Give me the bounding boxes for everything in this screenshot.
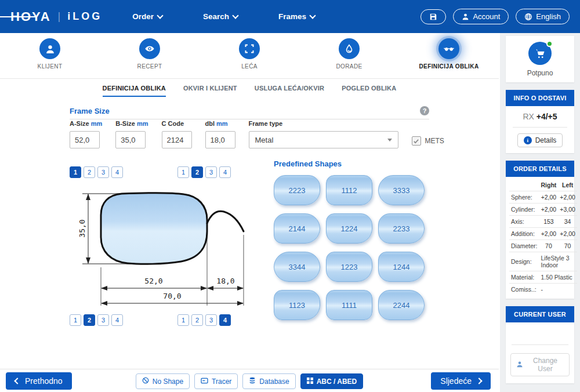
tracer-button[interactable]: Tracer [194, 373, 238, 389]
a-size-input[interactable] [70, 131, 100, 148]
abc-abed-button[interactable]: ABC / ABED [300, 373, 364, 389]
quad-button[interactable]: 2 [191, 314, 203, 326]
divider [513, 127, 567, 128]
step-leca[interactable]: LEĆA [203, 38, 296, 70]
tab-usluga-leca-okvir[interactable]: USLUGA LEĆA/OKVIR [255, 85, 324, 97]
step-recept[interactable]: RECEPT [103, 38, 196, 70]
step-label: KLIJENT [38, 63, 63, 70]
shape-option[interactable]: 1224 [326, 213, 372, 244]
c-code-label: C Code [162, 120, 184, 127]
quad-button[interactable]: 3 [97, 314, 109, 326]
shape-option[interactable]: 1223 [326, 252, 372, 282]
shape-code: 2233 [393, 224, 410, 233]
language-button[interactable]: English [516, 9, 570, 24]
shape-option[interactable]: 2244 [378, 290, 425, 320]
abc-abed-label: ABC / ABED [317, 378, 357, 386]
frame-size-form: A-Size mm B-Size mm C Code dbl mm Frame … [70, 120, 444, 148]
account-button[interactable]: Account [453, 9, 509, 24]
tab-pogled-oblika[interactable]: POGLED OBLIKA [342, 85, 396, 97]
b-size-input[interactable] [115, 131, 146, 148]
shape-option[interactable]: 2223 [274, 175, 320, 205]
quad-button[interactable]: 2 [84, 314, 95, 326]
dim-a-size: 52,0 [144, 277, 162, 285]
dim-b-size: 35,0 [78, 219, 86, 237]
help-icon[interactable]: ? [420, 106, 429, 115]
nav-item-order[interactable]: Order [132, 12, 162, 21]
no-shape-button[interactable]: No Shape [136, 373, 190, 389]
bridge-curve [207, 211, 244, 231]
order-details-table: Right Left Sphere: +2,00 +2,00 Cylinder:… [509, 179, 577, 295]
shape-option[interactable]: 1123 [274, 290, 320, 320]
person-icon [39, 38, 60, 59]
shape-code: 1244 [393, 263, 410, 271]
step-dorade[interactable]: DORADE [303, 38, 396, 70]
shape-code: 2144 [289, 224, 306, 233]
shape-option[interactable]: 3333 [378, 175, 425, 205]
shape-option[interactable]: 3344 [274, 252, 320, 282]
cart-card[interactable]: Potpuno [506, 36, 574, 82]
quad-button[interactable]: 4 [219, 166, 231, 178]
rx-value: +4/+5 [536, 112, 557, 121]
frame-type-select[interactable]: Metal [249, 131, 398, 148]
order-details-title: ORDER DETAILS [506, 161, 574, 177]
col-right: Right [539, 179, 559, 191]
quad-button[interactable]: 2 [191, 166, 203, 178]
quad-button[interactable]: 1 [70, 166, 81, 178]
shape-option[interactable]: 2233 [378, 213, 425, 244]
shape-option[interactable]: 1244 [378, 252, 425, 282]
dbl-input[interactable] [205, 131, 235, 148]
quadrant-group-top-left: 1 2 3 4 [70, 166, 123, 178]
cart-label: Potpuno [527, 69, 553, 77]
language-label: English [536, 12, 561, 21]
quad-button[interactable]: 1 [177, 314, 189, 326]
glasses-icon [438, 38, 459, 59]
c-code-input[interactable] [162, 131, 192, 148]
change-user-button[interactable]: Change User [510, 353, 570, 376]
b-size-unit: mm [137, 120, 148, 127]
step-label: RECEPT [137, 63, 162, 70]
frame-size-title: Frame Size [70, 107, 110, 115]
quad-button[interactable]: 3 [205, 166, 217, 178]
chevron-down-icon [309, 12, 316, 19]
quad-button[interactable]: 1 [70, 314, 81, 326]
shape-option[interactable]: 2144 [274, 213, 320, 244]
step-klijent[interactable]: KLIJENT [3, 38, 96, 70]
change-user-label: Change User [527, 357, 564, 373]
step-label: DEFINICIJA OBLIKA [419, 63, 478, 70]
shape-option[interactable]: 1111 [326, 290, 372, 320]
quad-button[interactable]: 3 [205, 314, 217, 326]
quad-button[interactable]: 1 [177, 166, 189, 178]
tab-definicija-oblika[interactable]: DEFINICIJA OBLIKA [103, 85, 166, 97]
lens-shape [101, 193, 207, 264]
quad-button[interactable]: 4 [111, 166, 123, 178]
field-c-code: C Code [162, 120, 192, 148]
shape-source-buttons: No Shape Tracer Database ABC / ABED [0, 373, 499, 389]
mets-checkbox-row[interactable]: METS [412, 136, 444, 146]
quad-button[interactable]: 4 [111, 314, 123, 326]
nav-item-frames[interactable]: Frames [278, 12, 315, 21]
table-row: Axis: 153 34 [509, 216, 577, 228]
dim-dbl: 18,0 [216, 277, 234, 285]
quad-button[interactable]: 3 [97, 166, 109, 178]
shape-code: 1123 [289, 301, 305, 310]
a-size-unit: mm [91, 120, 103, 127]
next-button[interactable]: Sljedeće [431, 372, 491, 390]
database-button[interactable]: Database [242, 373, 295, 389]
current-user-title: CURRENT USER [506, 306, 574, 322]
nav-item-search[interactable]: Search [203, 12, 238, 21]
grid-icon [307, 378, 313, 386]
step-definicija-oblika[interactable]: DEFINICIJA OBLIKA [403, 38, 495, 70]
database-icon [249, 377, 256, 386]
quadrant-group-bottom-left: 1 2 3 4 [70, 314, 123, 326]
field-dbl: dbl mm [205, 120, 235, 148]
shape-option[interactable]: 1112 [326, 175, 372, 205]
quad-button[interactable]: 4 [219, 314, 231, 326]
quadrant-group-top-right: 1 2 3 4 [177, 166, 231, 178]
quad-button[interactable]: 2 [84, 166, 95, 178]
details-button[interactable]: i Details [517, 133, 563, 147]
tab-okvir-i-klijent[interactable]: OKVIR I KLIJENT [183, 85, 237, 97]
no-shape-label: No Shape [153, 378, 183, 386]
save-button[interactable] [420, 9, 446, 24]
table-row: Material: 1.50 Plastic [509, 271, 577, 284]
checkbox-checked-icon[interactable] [412, 136, 421, 146]
